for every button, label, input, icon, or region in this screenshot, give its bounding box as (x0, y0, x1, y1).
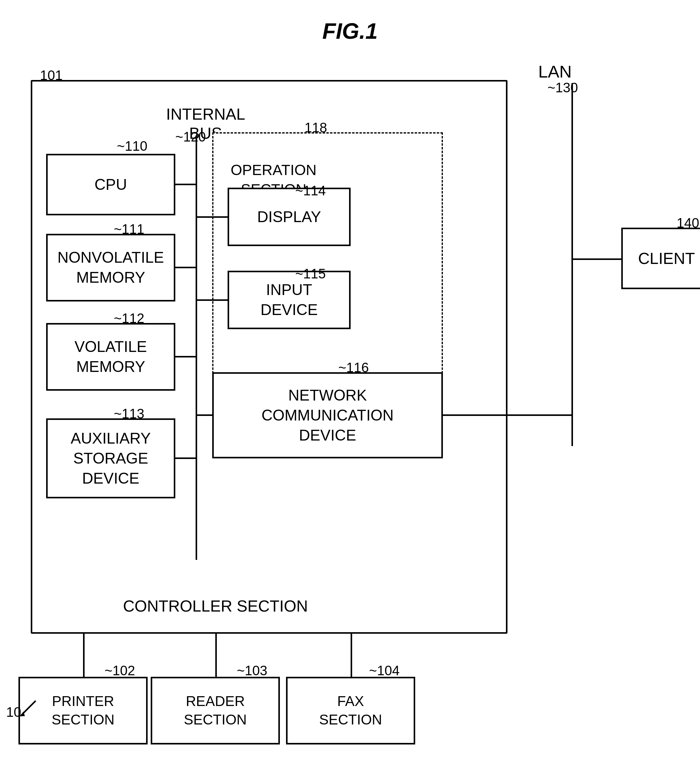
ref-101-label: 101 (40, 68, 62, 83)
client-pc-box: CLIENT PC (621, 228, 700, 289)
reader-section-box: READER SECTION (151, 677, 280, 745)
ref-110-label: ~110 (117, 138, 147, 154)
cpu-box: CPU (46, 154, 175, 215)
ref-116-label: ~116 (338, 360, 369, 375)
ref-118-label: 118 (305, 120, 327, 135)
ref-104-label: ~104 (369, 663, 400, 678)
network-connector (195, 415, 213, 416)
ref-10-arrow (14, 698, 39, 722)
auxiliary-storage-box: AUXILIARY STORAGE DEVICE (46, 418, 175, 498)
display-box: DISPLAY (228, 188, 351, 246)
bus-line (195, 135, 197, 560)
display-connector (195, 216, 229, 218)
ref-115-label: ~115 (295, 266, 326, 282)
fax-v-connector (351, 634, 352, 677)
figure-title: FIG.1 (322, 19, 378, 44)
volatile-memory-box: VOLATILE MEMORY (46, 323, 175, 391)
printer-v-connector (83, 634, 84, 677)
lan-vertical-line (572, 83, 573, 446)
ref-111-label: ~111 (114, 222, 144, 237)
input-connector (195, 299, 229, 301)
lan-label: LAN (538, 61, 572, 81)
network-comm-box: NETWORK COMMUNICATION DEVICE (212, 372, 443, 458)
controller-section-label: CONTROLLER SECTION (123, 597, 308, 615)
ref-114-label: ~114 (295, 183, 326, 199)
ref-113-label: ~113 (114, 406, 144, 421)
ref-112-label: ~112 (114, 311, 144, 326)
auxiliary-connector (175, 457, 197, 459)
ref-102-label: ~102 (105, 663, 135, 678)
reader-v-connector (215, 634, 217, 677)
cpu-connector (175, 184, 197, 185)
ref-140-label: 140 (677, 215, 699, 231)
fax-section-box: FAX SECTION (286, 677, 415, 745)
diagram-page: FIG.1 101 INTERNAL BUS ~120 CPU ~110 NON… (0, 0, 700, 762)
nonvolatile-connector (175, 267, 197, 268)
volatile-connector (175, 356, 197, 357)
ref-103-label: ~103 (237, 663, 267, 678)
network-lan-connector (443, 415, 572, 416)
input-device-box: INPUT DEVICE (228, 271, 351, 329)
ref-130-label: ~130 (547, 80, 578, 95)
nonvolatile-memory-box: NONVOLATILE MEMORY (46, 234, 175, 302)
ref-120-label: ~120 (175, 129, 206, 145)
